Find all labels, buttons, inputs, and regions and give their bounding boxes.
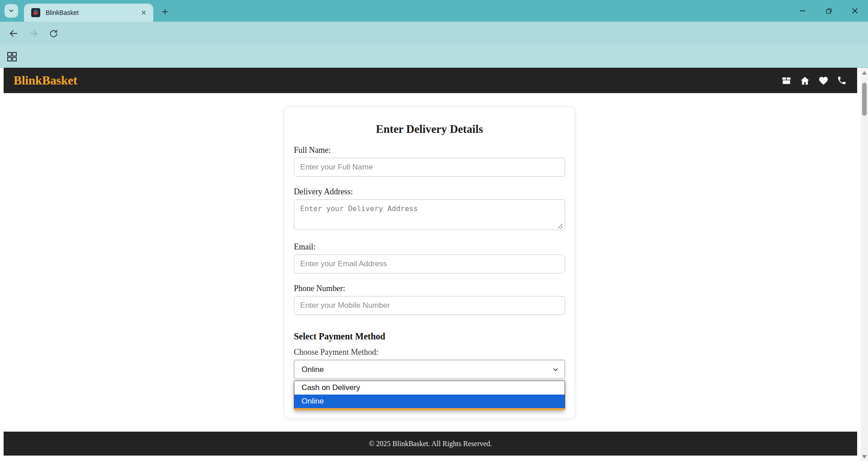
full-name-label: Full Name: xyxy=(294,146,565,154)
bookmarks-bar xyxy=(0,45,868,68)
email-group: Email: xyxy=(294,243,565,273)
tab-favicon xyxy=(31,8,40,17)
payment-method-dropdown: Cash on Delivery Online xyxy=(294,381,565,410)
scrollbar-thumb[interactable] xyxy=(862,83,867,116)
window-controls xyxy=(789,0,868,22)
phone-label: Phone Number: xyxy=(294,284,565,292)
page-viewport: BlinkBasket Enter Delivery Details Fu xyxy=(0,68,861,461)
back-icon[interactable] xyxy=(7,27,20,40)
chevron-down-icon xyxy=(8,8,14,14)
tab-close-icon[interactable] xyxy=(140,9,148,17)
site-logo[interactable]: BlinkBasket xyxy=(14,74,77,88)
phone-field[interactable] xyxy=(294,296,565,315)
page-scrollbar[interactable] xyxy=(861,68,868,461)
site-header: BlinkBasket xyxy=(4,68,857,93)
payment-method-label: Choose Payment Method: xyxy=(294,348,565,356)
tab-title: BlinkBasket xyxy=(46,9,140,16)
option-cash-on-delivery[interactable]: Cash on Delivery xyxy=(294,381,565,395)
home-icon[interactable] xyxy=(799,75,810,86)
full-name-input[interactable] xyxy=(294,158,565,177)
delivery-address-textarea[interactable] xyxy=(294,199,565,230)
minimize-icon[interactable] xyxy=(789,0,816,22)
contact-phone-icon[interactable] xyxy=(836,75,847,86)
browser-toolbar: blinkbasket.prolbox.com/checkout.php A xyxy=(0,22,868,45)
phone-group: Phone Number: xyxy=(294,284,565,315)
reload-icon[interactable] xyxy=(47,27,60,40)
scroll-down-icon[interactable] xyxy=(862,455,867,459)
browser-tab-active[interactable]: BlinkBasket xyxy=(24,4,153,22)
copyright-text: © 2025 BlinkBasket. All Rights Reserved. xyxy=(369,440,492,448)
payment-method-select[interactable]: Online xyxy=(294,360,565,379)
site-footer: © 2025 BlinkBasket. All Rights Reserved. xyxy=(4,432,857,456)
payment-section-heading: Select Payment Method xyxy=(294,331,565,341)
textarea-resize-grip[interactable] xyxy=(558,224,563,229)
forward-icon[interactable] xyxy=(27,27,40,40)
browser-window: BlinkBasket xyxy=(0,0,868,461)
option-online[interactable]: Online xyxy=(294,395,565,408)
browser-tab-strip: BlinkBasket xyxy=(0,0,868,22)
email-label: Email: xyxy=(294,243,565,251)
email-field[interactable] xyxy=(294,254,565,273)
tab-search-button[interactable] xyxy=(5,4,18,18)
full-name-group: Full Name: xyxy=(294,146,565,177)
scroll-up-icon[interactable] xyxy=(862,71,867,75)
close-window-icon[interactable] xyxy=(842,0,868,22)
delivery-address-group: Delivery Address: xyxy=(294,188,565,232)
delivery-details-card: Enter Delivery Details Full Name: Delive… xyxy=(284,107,575,419)
card-title: Enter Delivery Details xyxy=(294,122,565,136)
orders-box-icon[interactable] xyxy=(781,75,792,86)
payment-method-selected-value: Online xyxy=(302,365,324,374)
select-chevron-icon xyxy=(552,366,559,373)
new-tab-icon[interactable] xyxy=(159,6,171,18)
wishlist-heart-icon[interactable] xyxy=(818,75,829,86)
header-nav-icons xyxy=(781,75,857,86)
delivery-address-label: Delivery Address: xyxy=(294,188,565,196)
restore-icon[interactable] xyxy=(816,0,842,22)
apps-grid-icon[interactable] xyxy=(6,51,18,62)
